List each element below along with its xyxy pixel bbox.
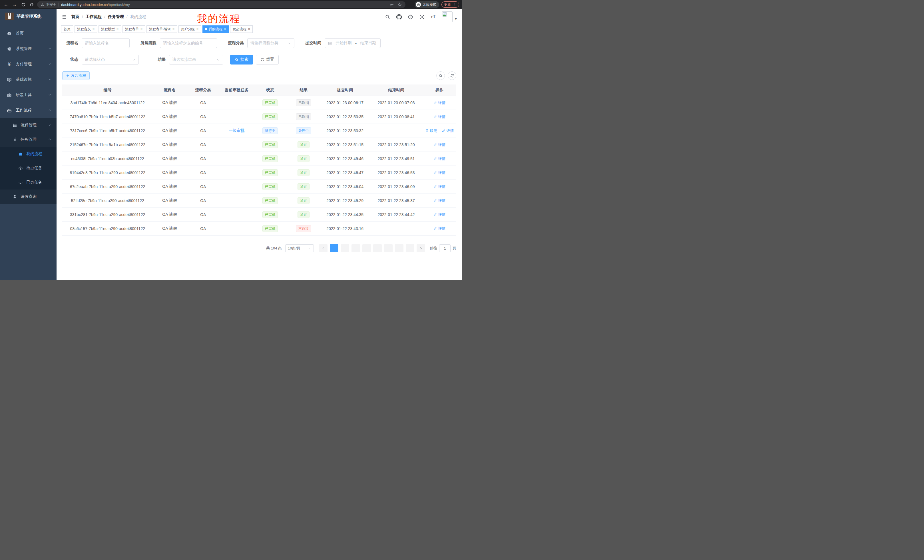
detail-action[interactable]: 详情 bbox=[434, 184, 446, 189]
sidebar-item-payment[interactable]: ¥ 支付管理 bbox=[0, 57, 57, 72]
sidebar-collapse-button[interactable] bbox=[61, 14, 68, 20]
cancel-action[interactable]: 取消 bbox=[425, 128, 437, 133]
breadcrumb-home[interactable]: 首页 bbox=[71, 14, 80, 19]
address-bar[interactable]: 不安全 dashboard.yudao.iocoder.cn/bpm/task/… bbox=[37, 1, 405, 8]
page-button[interactable] bbox=[362, 244, 371, 252]
refresh-table-button[interactable] bbox=[448, 71, 456, 80]
detail-action[interactable]: 详情 bbox=[434, 100, 446, 105]
browser-update-button[interactable]: 更新 ⋮ bbox=[441, 1, 459, 8]
cell-result: 通过 bbox=[287, 155, 320, 162]
page-button[interactable] bbox=[330, 244, 338, 252]
prev-page-button[interactable] bbox=[319, 244, 327, 252]
close-icon[interactable]: × bbox=[141, 27, 142, 31]
star-icon[interactable] bbox=[398, 2, 402, 7]
sidebar-item-todo-tasks[interactable]: 待办任务 bbox=[0, 161, 57, 175]
sidebar-item-process-mgmt[interactable]: 流程管理 bbox=[0, 118, 57, 132]
breadcrumb-workflow[interactable]: 工作流程 bbox=[86, 14, 102, 19]
process-def-input[interactable] bbox=[163, 41, 214, 45]
process-name-input[interactable] bbox=[85, 41, 126, 45]
show-search-toggle[interactable] bbox=[436, 71, 445, 80]
table-row: 03c6c157-7b9a-11ec-a290-acde48001122 OA … bbox=[62, 222, 456, 236]
page-button[interactable] bbox=[384, 244, 393, 252]
start-date-placeholder: 开始日期 bbox=[334, 40, 353, 46]
tab[interactable]: 我的流程 × bbox=[202, 25, 229, 33]
sidebar-item-infra[interactable]: 基础设施 bbox=[0, 72, 57, 87]
close-icon[interactable]: × bbox=[224, 27, 226, 31]
avatar[interactable] bbox=[442, 11, 453, 22]
app-logo-row[interactable]: 芋道管理系统 bbox=[0, 9, 57, 23]
cell-actions: 取消 详情 bbox=[423, 184, 456, 190]
detail-action[interactable]: 详情 bbox=[434, 226, 446, 231]
page-button[interactable] bbox=[351, 244, 360, 252]
cell-submit-time: 2022-01-22 23:49:46 bbox=[320, 156, 370, 161]
table-row: 52ffd28e-7b9a-11ec-a290-acde48001122 OA … bbox=[62, 194, 456, 208]
create-process-button[interactable]: 发起流程 bbox=[62, 71, 90, 80]
fullscreen-button[interactable] bbox=[418, 13, 425, 20]
browser-reload-button[interactable] bbox=[20, 1, 26, 8]
category-select[interactable]: 请选择流程分类 bbox=[247, 38, 294, 48]
help-button[interactable] bbox=[407, 13, 414, 20]
sidebar-item-my-process[interactable]: 我的流程 bbox=[0, 147, 57, 161]
github-button[interactable] bbox=[396, 13, 402, 20]
close-icon[interactable]: × bbox=[117, 27, 118, 31]
reset-button[interactable]: 重置 bbox=[256, 55, 279, 64]
avatar-caret-icon[interactable]: ▼ bbox=[454, 17, 458, 21]
browser-back-button[interactable]: ← bbox=[3, 1, 9, 8]
tab[interactable]: 用户分组 × bbox=[178, 25, 201, 33]
next-page-button[interactable] bbox=[417, 244, 425, 252]
page-button[interactable] bbox=[373, 244, 382, 252]
cell-process-name: OA 请假 bbox=[153, 156, 186, 161]
cell-category: OA bbox=[186, 142, 220, 147]
close-icon[interactable]: × bbox=[248, 27, 250, 31]
page-button[interactable] bbox=[406, 244, 414, 252]
status-select[interactable]: 请选择状态 bbox=[82, 55, 139, 64]
sidebar-item-workflow[interactable]: 工作流程 bbox=[0, 103, 57, 118]
page-button[interactable] bbox=[395, 244, 404, 252]
submit-time-range[interactable]: 开始日期 - 结束日期 bbox=[325, 38, 381, 48]
cell-process-name: OA 请假 bbox=[153, 128, 186, 133]
result-select[interactable]: 请选择流结果 bbox=[169, 55, 223, 64]
sidebar-item-home[interactable]: 首页 bbox=[0, 26, 57, 41]
page-button[interactable] bbox=[340, 244, 349, 252]
detail-action[interactable]: 详情 bbox=[442, 128, 454, 133]
process-def-field[interactable] bbox=[160, 38, 217, 48]
table-row: 7470a810-7b9b-11ec-b5b7-acde48001122 OA … bbox=[62, 110, 456, 124]
goto-page-input[interactable] bbox=[439, 244, 451, 252]
close-icon[interactable]: × bbox=[196, 27, 198, 31]
tab[interactable]: 流程表单-编辑 × bbox=[147, 25, 177, 33]
detail-action[interactable]: 详情 bbox=[434, 114, 446, 119]
close-icon[interactable]: × bbox=[172, 27, 174, 31]
cell-submit-time: 2022-01-22 23:43:16 bbox=[320, 226, 370, 231]
breadcrumb-task-mgmt[interactable]: 任务管理 bbox=[108, 14, 124, 19]
goto-page: 前往 页 bbox=[430, 244, 456, 252]
process-name-field[interactable] bbox=[82, 38, 130, 48]
browser-forward-button[interactable]: → bbox=[11, 1, 18, 8]
page-size-select[interactable]: 10条/页 bbox=[285, 244, 314, 252]
header-search-button[interactable] bbox=[384, 13, 391, 20]
tab[interactable]: 发起流程 × bbox=[230, 25, 253, 33]
browser-home-button[interactable] bbox=[28, 1, 35, 8]
tab[interactable]: 首页 × bbox=[61, 25, 73, 33]
key-icon[interactable] bbox=[390, 2, 394, 7]
detail-action[interactable]: 详情 bbox=[434, 212, 446, 217]
update-label: 更新 bbox=[444, 2, 451, 7]
search-button[interactable]: 搜索 bbox=[230, 55, 253, 64]
detail-action[interactable]: 详情 bbox=[434, 170, 446, 175]
sidebar-item-task-mgmt[interactable]: 任务管理 bbox=[0, 132, 57, 147]
sidebar-item-devtools[interactable]: 研发工具 bbox=[0, 87, 57, 103]
tab[interactable]: 流程表单 × bbox=[123, 25, 145, 33]
edit-icon bbox=[434, 115, 437, 118]
process-name-label: 流程名 bbox=[62, 40, 78, 46]
font-size-button[interactable]: TT bbox=[430, 13, 436, 20]
current-task-link[interactable]: 一级审批 bbox=[229, 128, 245, 133]
tab[interactable]: 流程模型 × bbox=[99, 25, 121, 33]
detail-action[interactable]: 详情 bbox=[434, 198, 446, 203]
detail-action[interactable]: 详情 bbox=[434, 156, 446, 161]
detail-action[interactable]: 详情 bbox=[434, 142, 446, 147]
tab[interactable]: 流程定义 × bbox=[75, 25, 97, 33]
sidebar-item-done-tasks[interactable]: 已办任务 bbox=[0, 175, 57, 190]
menu-dots-icon[interactable]: ⋮ bbox=[453, 3, 457, 6]
sidebar-item-leave-query[interactable]: 请假查询 bbox=[0, 190, 57, 204]
sidebar-item-system[interactable]: 系统管理 bbox=[0, 41, 57, 57]
close-icon[interactable]: × bbox=[93, 27, 94, 31]
